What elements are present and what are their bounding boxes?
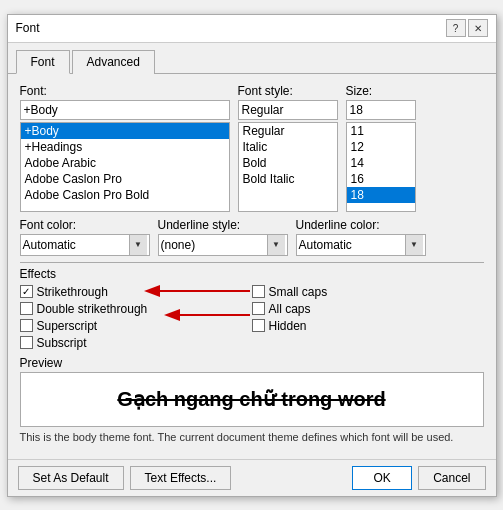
underline-style-select[interactable]: (none) ▼ [158, 234, 288, 256]
titlebar: Font ? ✕ [8, 15, 496, 43]
footer-right: OK Cancel [352, 466, 485, 490]
size-input[interactable] [346, 100, 416, 120]
font-input[interactable] [20, 100, 230, 120]
small-caps-label: Small caps [269, 285, 328, 299]
style-col: Font style: Regular Italic Bold Bold Ita… [238, 84, 338, 212]
style-label: Font style: [238, 84, 338, 98]
list-item[interactable]: Adobe Caslon Pro Bold [21, 187, 229, 203]
list-item[interactable]: +Headings [21, 139, 229, 155]
dialog-content: Font: +Body +Headings Adobe Arabic Adobe… [8, 74, 496, 459]
dialog-title: Font [16, 21, 40, 35]
cancel-button[interactable]: Cancel [418, 466, 485, 490]
tab-advanced[interactable]: Advanced [72, 50, 155, 74]
effects-section: Effects Strikethrough Double strikethrou… [20, 262, 484, 350]
strikethrough-row: Strikethrough [20, 285, 252, 299]
list-item[interactable]: Bold [239, 155, 337, 171]
underline-color-select[interactable]: Automatic ▼ [296, 234, 426, 256]
preview-text: Gạch ngang chữ trong word [117, 387, 385, 411]
font-listbox[interactable]: +Body +Headings Adobe Arabic Adobe Caslo… [20, 122, 230, 212]
underline-style-arrow[interactable]: ▼ [267, 235, 285, 255]
font-dialog: Font ? ✕ Font Advanced Font: +Body +Head… [7, 14, 497, 497]
underline-style-value: (none) [161, 238, 267, 252]
font-color-label: Font color: [20, 218, 150, 232]
underline-style-col: Underline style: (none) ▼ [158, 218, 288, 256]
ok-button[interactable]: OK [352, 466, 412, 490]
small-caps-checkbox[interactable] [252, 285, 265, 298]
preview-label: Preview [20, 356, 484, 370]
subscript-label: Subscript [37, 336, 87, 350]
effects-left-col: Strikethrough Double strikethrough Super… [20, 285, 252, 350]
strikethrough-checkbox[interactable] [20, 285, 33, 298]
size-listbox[interactable]: 11 12 14 16 18 [346, 122, 416, 212]
preview-section: Preview Gạch ngang chữ trong word This i… [20, 356, 484, 443]
list-item[interactable]: 12 [347, 139, 415, 155]
style-listbox[interactable]: Regular Italic Bold Bold Italic [238, 122, 338, 212]
help-button[interactable]: ? [446, 19, 466, 37]
color-underline-row: Font color: Automatic ▼ Underline style:… [20, 218, 484, 256]
hidden-checkbox[interactable] [252, 319, 265, 332]
underline-color-arrow[interactable]: ▼ [405, 235, 423, 255]
font-col: Font: +Body +Headings Adobe Arabic Adobe… [20, 84, 230, 212]
tab-font[interactable]: Font [16, 50, 70, 74]
hidden-row: Hidden [252, 319, 484, 333]
effects-right-col: Small caps All caps Hidden [252, 285, 484, 350]
tab-bar: Font Advanced [8, 43, 496, 74]
superscript-row: Superscript [20, 319, 252, 333]
effects-title: Effects [20, 262, 484, 281]
text-effects-button[interactable]: Text Effects... [130, 466, 232, 490]
preview-note: This is the body theme font. The current… [20, 431, 484, 443]
footer: Set As Default Text Effects... OK Cancel [8, 459, 496, 496]
list-item[interactable]: Italic [239, 139, 337, 155]
titlebar-buttons: ? ✕ [446, 19, 488, 37]
list-item[interactable]: 14 [347, 155, 415, 171]
font-label: Font: [20, 84, 230, 98]
underline-style-label: Underline style: [158, 218, 288, 232]
subscript-checkbox[interactable] [20, 336, 33, 349]
underline-color-value: Automatic [299, 238, 405, 252]
superscript-checkbox[interactable] [20, 319, 33, 332]
size-col: Size: 11 12 14 16 18 [346, 84, 416, 212]
underline-color-col: Underline color: Automatic ▼ [296, 218, 426, 256]
list-item[interactable]: 11 [347, 123, 415, 139]
effects-grid: Strikethrough Double strikethrough Super… [20, 285, 484, 350]
superscript-label: Superscript [37, 319, 98, 333]
font-color-value: Automatic [23, 238, 129, 252]
font-color-select[interactable]: Automatic ▼ [20, 234, 150, 256]
list-item[interactable]: +Body [21, 123, 229, 139]
close-button[interactable]: ✕ [468, 19, 488, 37]
all-caps-label: All caps [269, 302, 311, 316]
list-item[interactable]: 18 [347, 187, 415, 203]
footer-left: Set As Default Text Effects... [18, 466, 232, 490]
strikethrough-label: Strikethrough [37, 285, 108, 299]
list-item[interactable]: 16 [347, 171, 415, 187]
double-strikethrough-row: Double strikethrough [20, 302, 252, 316]
preview-box: Gạch ngang chữ trong word [20, 372, 484, 427]
font-style-size-row: Font: +Body +Headings Adobe Arabic Adobe… [20, 84, 484, 212]
subscript-row: Subscript [20, 336, 252, 350]
list-item[interactable]: Bold Italic [239, 171, 337, 187]
all-caps-checkbox[interactable] [252, 302, 265, 315]
all-caps-row: All caps [252, 302, 484, 316]
style-input[interactable] [238, 100, 338, 120]
double-strikethrough-checkbox[interactable] [20, 302, 33, 315]
list-item[interactable]: Adobe Caslon Pro [21, 171, 229, 187]
list-item[interactable]: Regular [239, 123, 337, 139]
list-item[interactable]: Adobe Arabic [21, 155, 229, 171]
small-caps-row: Small caps [252, 285, 484, 299]
double-strikethrough-label: Double strikethrough [37, 302, 148, 316]
font-color-col: Font color: Automatic ▼ [20, 218, 150, 256]
underline-color-label: Underline color: [296, 218, 426, 232]
hidden-label: Hidden [269, 319, 307, 333]
set-default-button[interactable]: Set As Default [18, 466, 124, 490]
size-label: Size: [346, 84, 416, 98]
font-color-arrow[interactable]: ▼ [129, 235, 147, 255]
